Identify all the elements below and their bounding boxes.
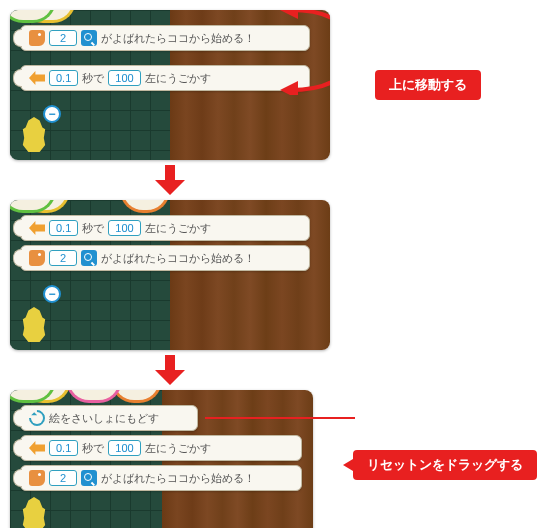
event-number[interactable]: 2 bbox=[49, 470, 77, 486]
move-block[interactable]: 0.1 秒で 100 左にうごかす bbox=[20, 435, 302, 461]
event-block[interactable]: 2 がよばれたらココから始める！ bbox=[20, 25, 310, 51]
seconds-value[interactable]: 0.1 bbox=[49, 70, 78, 86]
direction-text: 左にうごかす bbox=[145, 221, 211, 236]
search-icon[interactable] bbox=[81, 30, 97, 46]
svg-marker-3 bbox=[155, 355, 185, 385]
character-icon bbox=[29, 250, 45, 266]
event-number[interactable]: 2 bbox=[49, 30, 77, 46]
curved-arrow-icon bbox=[280, 10, 330, 95]
seconds-label: 秒で bbox=[82, 221, 104, 236]
sprite-thumbnail[interactable] bbox=[20, 117, 48, 152]
svg-marker-1 bbox=[280, 81, 298, 95]
label-move-up: 上に移動する bbox=[375, 70, 481, 100]
seconds-label: 秒で bbox=[82, 441, 104, 456]
distance-value[interactable]: 100 bbox=[108, 70, 140, 86]
reset-block[interactable]: 絵をさいしょにもどす bbox=[20, 405, 198, 431]
seconds-label: 秒で bbox=[82, 71, 104, 86]
event-text: がよばれたらココから始める！ bbox=[101, 471, 255, 486]
move-block[interactable]: 0.1 秒で 100 左にうごかす bbox=[20, 215, 310, 241]
decorative-shapes bbox=[10, 390, 313, 400]
seconds-value[interactable]: 0.1 bbox=[49, 440, 78, 456]
reset-text: 絵をさいしょにもどす bbox=[49, 411, 159, 426]
reset-icon bbox=[26, 407, 49, 430]
arrow-left-icon bbox=[29, 441, 45, 455]
minus-icon[interactable]: − bbox=[43, 285, 61, 303]
distance-value[interactable]: 100 bbox=[108, 220, 140, 236]
panel-step-3: 絵をさいしょにもどす 0.1 秒で 100 左にうごかす 2 がよばれたらココか… bbox=[10, 390, 313, 528]
event-number[interactable]: 2 bbox=[49, 250, 77, 266]
direction-text: 左にうごかす bbox=[145, 441, 211, 456]
search-icon[interactable] bbox=[81, 470, 97, 486]
svg-marker-2 bbox=[155, 165, 185, 195]
search-icon[interactable] bbox=[81, 250, 97, 266]
event-block[interactable]: 2 がよばれたらココから始める！ bbox=[20, 245, 310, 271]
arrow-left-icon bbox=[29, 71, 45, 85]
character-icon bbox=[29, 470, 45, 486]
panel-step-1: 2 がよばれたらココから始める！ 0.1 秒で 100 左にうごかす − bbox=[10, 10, 330, 160]
direction-text: 左にうごかす bbox=[145, 71, 211, 86]
sprite-thumbnail[interactable] bbox=[20, 307, 48, 342]
character-icon bbox=[29, 30, 45, 46]
event-text: がよばれたらココから始める！ bbox=[101, 251, 255, 266]
seconds-value[interactable]: 0.1 bbox=[49, 220, 78, 236]
label-drag-reset: リセットンをドラッグする bbox=[353, 450, 537, 480]
move-block[interactable]: 0.1 秒で 100 左にうごかす bbox=[20, 65, 310, 91]
event-text: がよばれたらココから始める！ bbox=[101, 31, 255, 46]
arrow-down-icon bbox=[155, 165, 185, 195]
arrow-down-icon bbox=[155, 355, 185, 385]
event-block[interactable]: 2 がよばれたらココから始める！ bbox=[20, 465, 302, 491]
decorative-shapes bbox=[10, 200, 330, 210]
minus-icon[interactable]: − bbox=[43, 105, 61, 123]
panel-step-2: 0.1 秒で 100 左にうごかす 2 がよばれたらココから始める！ − bbox=[10, 200, 330, 350]
svg-marker-0 bbox=[280, 10, 298, 19]
sprite-thumbnail[interactable] bbox=[20, 497, 48, 528]
distance-value[interactable]: 100 bbox=[108, 440, 140, 456]
arrow-left-icon bbox=[29, 221, 45, 235]
